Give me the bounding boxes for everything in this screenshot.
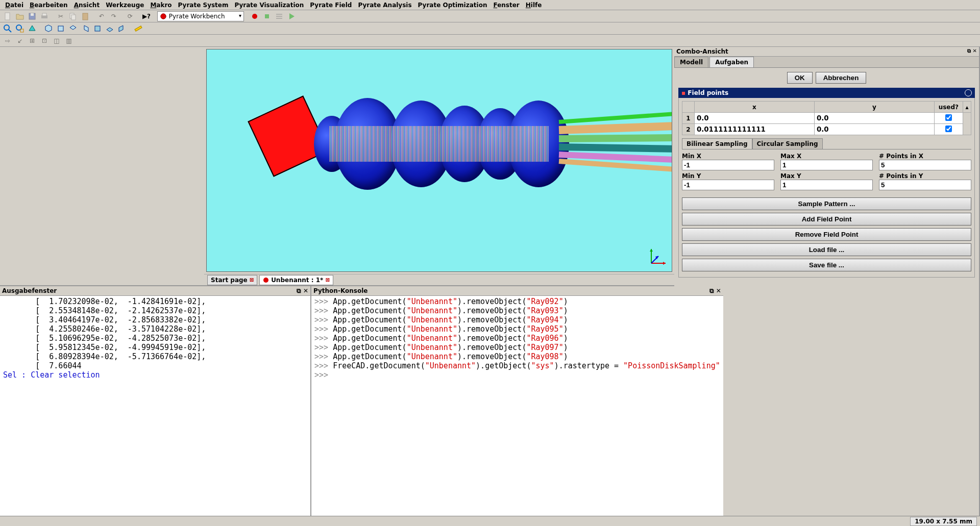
col-used[interactable]: used?: [934, 102, 963, 113]
panel-controls[interactable]: ⧉ ✕: [709, 287, 721, 294]
zoom-selection-icon[interactable]: [14, 23, 26, 34]
menu-ansicht[interactable]: Ansicht: [71, 1, 103, 10]
miny-label: Min Y: [682, 172, 774, 180]
scroll-up-icon[interactable]: ▴: [963, 102, 971, 113]
svg-rect-4: [42, 13, 46, 16]
workbench-selector[interactable]: Pyrate Workbench: [157, 11, 244, 21]
pointsy-input[interactable]: [879, 180, 971, 190]
part-tool-3-icon[interactable]: ⊞: [27, 36, 38, 46]
copy-icon[interactable]: [67, 11, 79, 21]
whatsthis-icon[interactable]: ▶?: [141, 11, 152, 21]
draw-style-icon[interactable]: [27, 23, 38, 34]
python-console[interactable]: >>> App.getDocument("Unbenannt").removeO…: [311, 296, 723, 516]
tab-circular-sampling[interactable]: Circular Sampling: [752, 138, 823, 149]
sample-pattern-button[interactable]: Sample Pattern ...: [682, 197, 971, 210]
tab-start-page[interactable]: Start page ⊠: [207, 275, 257, 285]
maxy-input[interactable]: [780, 180, 873, 190]
col-x[interactable]: x: [695, 102, 815, 113]
zoom-fit-icon[interactable]: [2, 23, 13, 34]
view-bottom-icon[interactable]: [104, 23, 115, 34]
tab-document[interactable]: Unbenannt : 1* ⊠: [259, 275, 333, 285]
row-header[interactable]: 2: [682, 124, 695, 135]
3d-viewport[interactable]: [206, 49, 672, 272]
part-tool-6-icon[interactable]: ▥: [63, 36, 75, 46]
view-iso-icon[interactable]: [43, 23, 54, 34]
part-tool-1-icon[interactable]: ⇨: [2, 36, 13, 46]
panel-pin-icon[interactable]: ⧉ ✕: [967, 48, 977, 55]
workbench-label: Pyrate Workbench: [169, 13, 225, 20]
fieldpoints-title: Field points: [688, 89, 728, 96]
cell-x-2[interactable]: [697, 126, 812, 133]
cancel-button[interactable]: Abbrechen: [816, 72, 867, 84]
menu-pyrate-visualization[interactable]: Pyrate Visualization: [232, 1, 307, 10]
view-right-icon[interactable]: [80, 23, 91, 34]
view-top-icon[interactable]: [67, 23, 79, 34]
cell-y-1[interactable]: [817, 114, 932, 122]
macro-record-icon[interactable]: [249, 11, 260, 21]
save-file-button[interactable]: Save file ...: [682, 259, 971, 271]
svg-point-9: [252, 14, 257, 19]
panel-controls[interactable]: ⧉ ✕: [297, 287, 308, 294]
menu-makro[interactable]: Makro: [147, 1, 175, 10]
undo-icon[interactable]: ↶: [96, 11, 107, 21]
maxy-label: Max Y: [780, 172, 873, 180]
cut-icon[interactable]: ✂: [55, 11, 66, 21]
paste-icon[interactable]: [80, 11, 91, 21]
menu-pyrate-system[interactable]: Pyrate System: [175, 1, 232, 10]
remove-fieldpoint-button[interactable]: Remove Field Point: [682, 228, 971, 241]
part-tool-2-icon[interactable]: ↙: [14, 36, 26, 46]
save-icon[interactable]: [27, 11, 38, 21]
scroll-track[interactable]: [963, 113, 971, 135]
svg-rect-19: [95, 26, 100, 31]
col-y[interactable]: y: [814, 102, 934, 113]
document-tabs: Start page ⊠ Unbenannt : 1* ⊠: [204, 274, 674, 285]
menu-fenster[interactable]: Fenster: [490, 1, 522, 10]
tab-tasks[interactable]: Aufgaben: [709, 57, 754, 67]
row-header[interactable]: 1: [682, 113, 695, 124]
redo-icon[interactable]: ↷: [108, 11, 119, 21]
new-icon[interactable]: [2, 11, 13, 21]
ok-button[interactable]: OK: [787, 72, 813, 84]
print-icon[interactable]: [39, 11, 50, 21]
macro-stop-icon[interactable]: [261, 11, 273, 21]
fieldpoints-header[interactable]: ▪ Field points: [678, 88, 975, 98]
view-front-icon[interactable]: [55, 23, 66, 34]
refresh-icon[interactable]: ⟳: [125, 11, 136, 21]
macro-run-icon[interactable]: [286, 11, 297, 21]
measure-icon[interactable]: [133, 23, 144, 34]
collapse-icon[interactable]: [965, 89, 972, 96]
maxx-input[interactable]: [780, 160, 873, 170]
toolbar-view: [0, 22, 980, 35]
part-tool-4-icon[interactable]: ⊡: [39, 36, 50, 46]
cell-y-2[interactable]: [817, 126, 932, 133]
table-row: 1: [682, 113, 971, 124]
menu-pyrate-field[interactable]: Pyrate Field: [307, 1, 355, 10]
view-left-icon[interactable]: [116, 23, 128, 34]
miny-input[interactable]: [682, 180, 774, 190]
output-text[interactable]: [ 1.70232098e-02, -1.42841691e-02], [ 2.…: [0, 296, 310, 516]
add-fieldpoint-button[interactable]: Add Field Point: [682, 213, 971, 226]
open-icon[interactable]: [14, 11, 26, 21]
menu-bearbeiten[interactable]: Bearbeiten: [27, 1, 71, 10]
menu-hilfe[interactable]: Hilfe: [523, 1, 545, 10]
tab-model[interactable]: Modell: [674, 57, 708, 67]
load-file-button[interactable]: Load file ...: [682, 243, 971, 256]
menu-pyrate-analysis[interactable]: Pyrate Analysis: [355, 1, 414, 10]
menu-datei[interactable]: Datei: [2, 1, 27, 10]
close-icon[interactable]: ⊠: [325, 277, 329, 283]
cell-used-1[interactable]: [945, 114, 952, 121]
part-tool-5-icon[interactable]: ◫: [51, 36, 62, 46]
close-icon[interactable]: ⊠: [250, 277, 254, 283]
fieldpoints-table: x y used? ▴ 1 2: [682, 101, 971, 135]
menu-pyrate-optimization[interactable]: Pyrate Optimization: [415, 1, 491, 10]
pointsx-input[interactable]: [879, 160, 971, 170]
menu-werkzeuge[interactable]: Werkzeuge: [103, 1, 147, 10]
view-rear-icon[interactable]: [92, 23, 103, 34]
cell-used-2[interactable]: [945, 126, 952, 132]
svg-marker-49: [650, 249, 653, 252]
cell-x-1[interactable]: [697, 114, 812, 122]
macro-list-icon[interactable]: [274, 11, 285, 21]
minx-input[interactable]: [682, 160, 774, 170]
svg-rect-7: [83, 13, 88, 20]
tab-bilinear-sampling[interactable]: Bilinear Sampling: [682, 138, 752, 149]
